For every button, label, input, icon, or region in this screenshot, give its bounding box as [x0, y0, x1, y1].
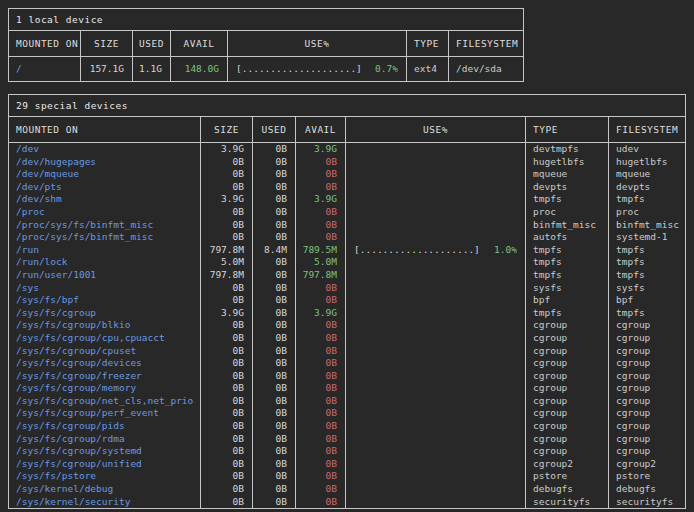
- avail-value: 0B: [296, 458, 346, 471]
- used-value: 0B: [253, 470, 296, 483]
- avail-value: 0B: [296, 357, 346, 370]
- used-value: 0B: [253, 193, 296, 206]
- filesystem-value: bpf: [609, 294, 685, 307]
- filesystem-value: cgroup: [609, 420, 685, 433]
- usage-bar: [....................]: [354, 244, 480, 257]
- filesystem-value: cgroup: [609, 370, 685, 383]
- mount-point: /sys/fs/cgroup/unified: [9, 458, 201, 471]
- mount-point: /sys/fs/cgroup/cpu,cpuacct: [9, 332, 201, 345]
- size-value: 0B: [201, 168, 253, 181]
- column-header: USE%: [228, 31, 407, 57]
- mount-point: /run: [9, 244, 201, 257]
- mount-point: /dev/mqueue: [9, 168, 201, 181]
- column-header: USED: [133, 31, 171, 57]
- usage-cell: [346, 458, 526, 471]
- mount-point: /dev/shm: [9, 193, 201, 206]
- filesystem-value: proc: [609, 206, 685, 219]
- mount-point: /proc/sys/fs/binfmt_misc: [9, 231, 201, 244]
- usage-cell: [346, 483, 526, 496]
- size-value: 0B: [201, 445, 253, 458]
- used-value: 0B: [253, 458, 296, 471]
- avail-value: 0B: [296, 470, 346, 483]
- avail-value: 0B: [296, 332, 346, 345]
- size-value: 0B: [201, 345, 253, 358]
- avail-value: 0B: [296, 206, 346, 219]
- local-devices-table-title: 1 local device: [9, 9, 523, 31]
- type-value: cgroup: [526, 345, 609, 358]
- type-value: cgroup: [526, 370, 609, 383]
- size-value: 0B: [201, 181, 253, 194]
- type-value: proc: [526, 206, 609, 219]
- avail-value: 0B: [296, 370, 346, 383]
- used-value: 0B: [253, 496, 296, 509]
- size-value: 0B: [201, 282, 253, 295]
- usage-cell: [346, 345, 526, 358]
- avail-value: 0B: [296, 483, 346, 496]
- avail-value: 0B: [296, 345, 346, 358]
- column-header: FILESYSTEM: [609, 117, 685, 143]
- filesystem-value: cgroup: [609, 345, 685, 358]
- size-value: 0B: [201, 319, 253, 332]
- mount-point: /sys/kernel/debug: [9, 483, 201, 496]
- used-value: 0B: [253, 156, 296, 169]
- used-value: 0B: [253, 382, 296, 395]
- filesystem-value: cgroup: [609, 332, 685, 345]
- used-value: 0B: [253, 231, 296, 244]
- mount-point: /sys/fs/cgroup/net_cls,net_prio: [9, 395, 201, 408]
- size-value: 0B: [201, 382, 253, 395]
- usage-cell: [346, 382, 526, 395]
- used-value: 0B: [253, 407, 296, 420]
- filesystem-value: cgroup2: [609, 458, 685, 471]
- filesystem-value: udev: [609, 143, 685, 156]
- used-value: 0B: [253, 294, 296, 307]
- filesystem-value: tmpfs: [609, 193, 685, 206]
- filesystem-value: mqueue: [609, 168, 685, 181]
- column-header: MOUNTED ON: [9, 117, 201, 143]
- usage-cell: [346, 168, 526, 181]
- type-value: tmpfs: [526, 193, 609, 206]
- mount-point: /sys/fs/cgroup/memory: [9, 382, 201, 395]
- size-value: 0B: [201, 395, 253, 408]
- usage-cell: [346, 269, 526, 282]
- size-value: 0B: [201, 483, 253, 496]
- used-value: 0B: [253, 420, 296, 433]
- type-value: pstore: [526, 470, 609, 483]
- size-value: 0B: [201, 219, 253, 232]
- avail-value: 0B: [296, 496, 346, 509]
- filesystem-value: cgroup: [609, 395, 685, 408]
- type-value: securityfs: [526, 496, 609, 509]
- size-value: 0B: [201, 231, 253, 244]
- type-value: hugetlbfs: [526, 156, 609, 169]
- usage-cell: [346, 181, 526, 194]
- used-value: 0B: [253, 357, 296, 370]
- avail-value: 0B: [296, 420, 346, 433]
- size-value: 0B: [201, 470, 253, 483]
- size-value: 0B: [201, 294, 253, 307]
- avail-value: 789.5M: [296, 244, 346, 257]
- mount-point: /sys/fs/cgroup/blkio: [9, 319, 201, 332]
- used-value: 0B: [253, 143, 296, 156]
- used-value: 0B: [253, 370, 296, 383]
- size-value: 3.9G: [201, 307, 253, 320]
- used-value: 0B: [253, 395, 296, 408]
- mount-point: /sys/fs/bpf: [9, 294, 201, 307]
- usage-cell: [346, 294, 526, 307]
- type-value: autofs: [526, 231, 609, 244]
- type-value: debugfs: [526, 483, 609, 496]
- used-value: 8.4M: [253, 244, 296, 257]
- avail-value: 3.9G: [296, 143, 346, 156]
- filesystem-value: tmpfs: [609, 244, 685, 257]
- type-value: cgroup: [526, 357, 609, 370]
- used-value: 0B: [253, 168, 296, 181]
- avail-value: 0B: [296, 181, 346, 194]
- avail-value: 0B: [296, 382, 346, 395]
- filesystem-value: securityfs: [609, 496, 685, 509]
- usage-cell: [346, 143, 526, 156]
- terminal-output: 1 local device MOUNTED ONSIZEUSEDAVAILUS…: [8, 8, 686, 509]
- type-value: cgroup: [526, 382, 609, 395]
- special-devices-table-grid: MOUNTED ONSIZEUSEDAVAILUSE%TYPEFILESYSTE…: [9, 117, 685, 508]
- type-value: mqueue: [526, 168, 609, 181]
- type-value: devtmpfs: [526, 143, 609, 156]
- avail-value: 0B: [296, 395, 346, 408]
- mount-point: /sys/kernel/security: [9, 496, 201, 509]
